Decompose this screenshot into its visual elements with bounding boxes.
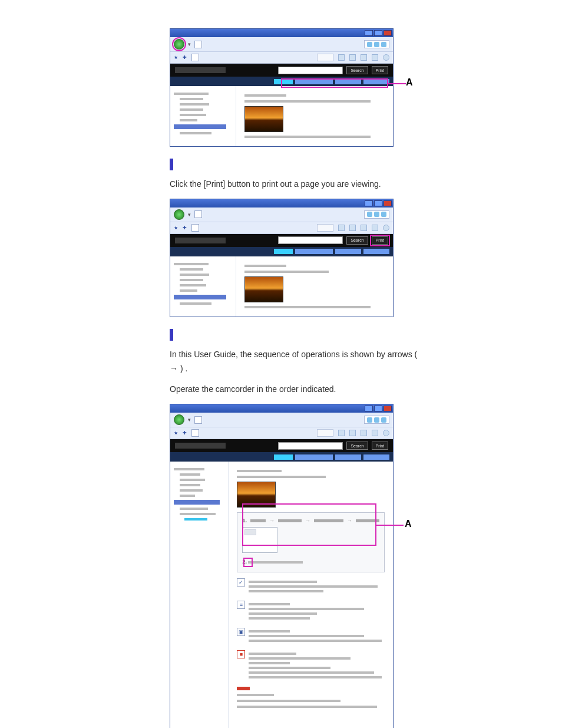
search-chip (364, 40, 389, 48)
add-tab-icon: ✚ (183, 430, 187, 436)
back-button-icon (174, 39, 184, 50)
tab-favicon (191, 224, 199, 232)
minimize-icon (365, 406, 373, 411)
site-header-bar: Search Print (170, 234, 393, 247)
subnav-item (363, 79, 389, 84)
home-icon (338, 54, 345, 61)
site-subnav (170, 452, 393, 462)
toc-sidebar (170, 86, 236, 146)
site-search-input (278, 236, 343, 244)
step-number: 1. (242, 518, 247, 523)
history-dropdown-icon: ▾ (188, 41, 191, 47)
maximize-icon (374, 200, 382, 206)
annotation-label: A (406, 77, 413, 88)
tab-favicon (191, 54, 199, 61)
back-button-icon (174, 209, 184, 220)
search-icon (381, 42, 386, 47)
site-subnav (170, 247, 393, 256)
screenshot-browser-window-1: ▾ ★ ✚ Search Print (170, 28, 394, 147)
stop-icon (374, 42, 379, 47)
content-split (170, 86, 393, 146)
info-icon: ▣ (237, 628, 245, 636)
arrow-icon: → (269, 518, 275, 523)
section-marker (170, 159, 173, 170)
window-titlebar (170, 29, 393, 37)
print-instruction-text: Click the [Print] button to print out a … (170, 177, 423, 192)
history-dropdown-icon: ▾ (188, 212, 191, 218)
annotation-label: A (405, 519, 412, 529)
feeds-icon (349, 225, 356, 231)
minimize-icon (365, 200, 373, 206)
subnav-item (335, 79, 361, 84)
site-logo (175, 67, 226, 73)
sample-thumbnail (237, 482, 276, 508)
print-menu-icon (361, 54, 367, 61)
site-search-input (278, 67, 343, 74)
lcd-menu-tab (244, 529, 256, 535)
site-search-input (278, 442, 343, 450)
close-icon (384, 406, 392, 411)
add-tab-icon: ✚ (183, 225, 187, 230)
print-button-highlighted: Print (372, 236, 388, 245)
feeds-icon (349, 430, 356, 436)
search-button: Search (346, 236, 368, 245)
window-titlebar (170, 199, 393, 207)
site-logo (175, 238, 226, 243)
subnav-item (295, 79, 333, 84)
toc-current-item (184, 518, 207, 521)
subnav-item (274, 79, 293, 84)
sample-thumbnail (244, 276, 283, 302)
site-logo (175, 443, 226, 449)
close-icon (384, 30, 392, 36)
note-block: ■ (237, 650, 385, 681)
print-button: Print (372, 442, 388, 450)
search-chip (364, 416, 389, 424)
arrow-glyph-icon: → (170, 364, 178, 373)
feeds-icon (349, 54, 356, 61)
arrow-icon: → (347, 518, 352, 523)
browser-tab-toolbar: ★ ✚ (170, 52, 393, 64)
favorites-star-icon: ★ (174, 55, 178, 60)
page-body (236, 256, 393, 317)
check-icon: ✓ (237, 578, 245, 587)
browser-nav-toolbar: ▾ (170, 37, 393, 52)
browser-nav-toolbar: ▾ (170, 207, 393, 222)
screenshot-browser-window-3: ▾ ★ ✚ Search Print (170, 404, 394, 728)
sample-thumbnail (244, 106, 283, 132)
note-block: ✓ (237, 578, 385, 595)
page-body: 1. → → → 2. (229, 462, 393, 728)
setting-icon: ≡ (237, 601, 245, 609)
tab-chip (317, 54, 333, 61)
step-number: 2. (242, 559, 247, 565)
page-menu-icon (372, 225, 378, 231)
minimize-icon (365, 30, 373, 36)
search-chip (364, 210, 389, 219)
tab-chip (317, 429, 333, 437)
lcd-panel-illustration (242, 527, 277, 553)
browser-nav-toolbar: ▾ (170, 413, 393, 427)
tab-chip (317, 224, 333, 232)
print-menu-icon (361, 430, 367, 436)
favorites-star-icon: ★ (174, 430, 178, 436)
search-button: Search (346, 442, 368, 450)
page-icon (194, 416, 202, 424)
page-icon (194, 41, 202, 48)
section-marker (170, 329, 173, 341)
add-tab-icon: ✚ (183, 55, 187, 60)
arrow-instruction-line2: Operate the camcorder in the order indic… (170, 383, 423, 397)
refresh-icon (367, 42, 372, 47)
favorites-star-icon: ★ (174, 225, 178, 230)
screenshot-browser-window-2: ▾ ★ ✚ Search Print (170, 199, 394, 317)
toc-sidebar (170, 256, 236, 317)
arrow-instruction-line1: In this User Guide, the sequence of oper… (170, 348, 423, 376)
close-icon (384, 200, 392, 206)
page-menu-icon (372, 430, 378, 436)
site-header-bar: Search Print (170, 439, 393, 452)
site-header-bar: Search Print (170, 64, 393, 77)
note-block: ▣ (237, 628, 385, 644)
print-button: Print (372, 66, 388, 74)
operation-sequence-box: 1. → → → 2. (237, 512, 385, 572)
tools-menu-icon (383, 430, 389, 436)
print-menu-icon (361, 225, 367, 231)
tools-menu-icon (383, 54, 389, 61)
